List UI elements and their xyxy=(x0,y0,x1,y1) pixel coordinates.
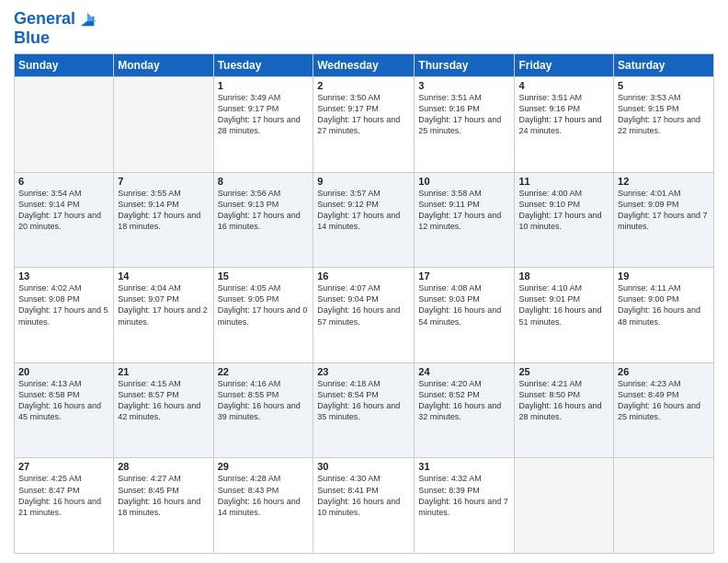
day-number: 3 xyxy=(418,80,510,91)
day-cell: 22Sunrise: 4:16 AMSunset: 8:55 PMDayligh… xyxy=(213,362,313,458)
day-cell: 3Sunrise: 3:51 AMSunset: 9:16 PMDaylight… xyxy=(415,77,515,173)
day-cell: 24Sunrise: 4:20 AMSunset: 8:52 PMDayligh… xyxy=(415,362,515,458)
day-number: 11 xyxy=(518,176,609,187)
day-number: 10 xyxy=(418,176,510,187)
week-row-2: 6Sunrise: 3:54 AMSunset: 9:14 PMDaylight… xyxy=(15,172,714,268)
day-info: Sunrise: 4:04 AMSunset: 9:07 PMDaylight:… xyxy=(118,282,209,327)
day-cell: 2Sunrise: 3:50 AMSunset: 9:17 PMDaylight… xyxy=(313,77,415,173)
weekday-header-tuesday: Tuesday xyxy=(213,54,313,77)
day-info: Sunrise: 3:49 AMSunset: 9:17 PMDaylight:… xyxy=(218,92,310,137)
day-info: Sunrise: 4:16 AMSunset: 8:55 PMDaylight:… xyxy=(218,378,310,423)
day-number: 2 xyxy=(317,80,410,91)
day-info: Sunrise: 4:27 AMSunset: 8:45 PMDaylight:… xyxy=(118,473,209,518)
day-cell: 25Sunrise: 4:21 AMSunset: 8:50 PMDayligh… xyxy=(515,362,614,458)
day-info: Sunrise: 3:58 AMSunset: 9:11 PMDaylight:… xyxy=(418,188,510,233)
week-row-3: 13Sunrise: 4:02 AMSunset: 9:08 PMDayligh… xyxy=(15,268,714,363)
day-info: Sunrise: 4:05 AMSunset: 9:05 PMDaylight:… xyxy=(218,282,310,327)
day-number: 30 xyxy=(317,461,410,472)
day-cell xyxy=(614,458,714,554)
week-row-1: 1Sunrise: 3:49 AMSunset: 9:17 PMDaylight… xyxy=(15,77,714,173)
day-info: Sunrise: 4:13 AMSunset: 8:58 PMDaylight:… xyxy=(18,378,109,423)
logo-text: General xyxy=(14,10,75,29)
day-cell: 4Sunrise: 3:51 AMSunset: 9:16 PMDaylight… xyxy=(515,77,614,173)
day-cell: 28Sunrise: 4:27 AMSunset: 8:45 PMDayligh… xyxy=(114,458,213,554)
day-info: Sunrise: 4:32 AMSunset: 8:39 PMDaylight:… xyxy=(418,473,510,518)
day-number: 23 xyxy=(317,366,410,377)
day-number: 17 xyxy=(418,270,510,282)
day-cell: 19Sunrise: 4:11 AMSunset: 9:00 PMDayligh… xyxy=(614,268,714,363)
day-number: 24 xyxy=(418,366,510,377)
day-number: 19 xyxy=(618,270,710,282)
day-info: Sunrise: 4:15 AMSunset: 8:57 PMDaylight:… xyxy=(118,378,209,423)
day-cell: 17Sunrise: 4:08 AMSunset: 9:03 PMDayligh… xyxy=(415,268,515,363)
weekday-header-sunday: Sunday xyxy=(15,54,114,77)
weekday-header-thursday: Thursday xyxy=(415,54,515,77)
day-number: 25 xyxy=(518,366,609,377)
week-row-5: 27Sunrise: 4:25 AMSunset: 8:47 PMDayligh… xyxy=(15,458,714,554)
day-number: 28 xyxy=(118,461,209,472)
day-info: Sunrise: 4:11 AMSunset: 9:00 PMDaylight:… xyxy=(618,282,710,327)
day-cell: 15Sunrise: 4:05 AMSunset: 9:05 PMDayligh… xyxy=(213,268,313,363)
day-number: 18 xyxy=(518,270,609,282)
day-info: Sunrise: 3:50 AMSunset: 9:17 PMDaylight:… xyxy=(317,92,410,137)
day-info: Sunrise: 4:07 AMSunset: 9:04 PMDaylight:… xyxy=(317,282,410,327)
day-info: Sunrise: 4:01 AMSunset: 9:09 PMDaylight:… xyxy=(618,188,710,233)
day-cell xyxy=(15,77,114,173)
weekday-header-saturday: Saturday xyxy=(614,54,714,77)
day-info: Sunrise: 4:08 AMSunset: 9:03 PMDaylight:… xyxy=(418,282,510,327)
day-cell: 20Sunrise: 4:13 AMSunset: 8:58 PMDayligh… xyxy=(15,362,114,458)
day-cell: 12Sunrise: 4:01 AMSunset: 9:09 PMDayligh… xyxy=(614,172,714,268)
svg-marker-1 xyxy=(87,13,97,22)
day-info: Sunrise: 3:51 AMSunset: 9:16 PMDaylight:… xyxy=(418,92,510,137)
day-number: 26 xyxy=(618,366,710,377)
day-number: 29 xyxy=(218,461,310,472)
weekday-header-wednesday: Wednesday xyxy=(313,54,415,77)
day-cell: 8Sunrise: 3:56 AMSunset: 9:13 PMDaylight… xyxy=(213,172,313,268)
day-number: 31 xyxy=(418,461,510,472)
day-cell: 26Sunrise: 4:23 AMSunset: 8:49 PMDayligh… xyxy=(614,362,714,458)
day-cell: 21Sunrise: 4:15 AMSunset: 8:57 PMDayligh… xyxy=(114,362,213,458)
day-number: 12 xyxy=(618,176,710,187)
day-info: Sunrise: 4:30 AMSunset: 8:41 PMDaylight:… xyxy=(317,473,410,518)
day-number: 9 xyxy=(317,176,410,187)
day-cell: 16Sunrise: 4:07 AMSunset: 9:04 PMDayligh… xyxy=(313,268,415,363)
day-number: 14 xyxy=(118,270,209,282)
day-cell: 9Sunrise: 3:57 AMSunset: 9:12 PMDaylight… xyxy=(313,172,415,268)
day-info: Sunrise: 3:55 AMSunset: 9:14 PMDaylight:… xyxy=(118,188,209,233)
day-cell: 30Sunrise: 4:30 AMSunset: 8:41 PMDayligh… xyxy=(313,458,415,554)
day-cell: 18Sunrise: 4:10 AMSunset: 9:01 PMDayligh… xyxy=(515,268,614,363)
weekday-header-monday: Monday xyxy=(114,54,213,77)
day-cell: 6Sunrise: 3:54 AMSunset: 9:14 PMDaylight… xyxy=(15,172,114,268)
day-cell xyxy=(515,458,614,554)
day-cell: 29Sunrise: 4:28 AMSunset: 8:43 PMDayligh… xyxy=(213,458,313,554)
day-info: Sunrise: 4:20 AMSunset: 8:52 PMDaylight:… xyxy=(418,378,510,423)
day-number: 27 xyxy=(18,461,109,472)
day-number: 5 xyxy=(618,80,710,91)
day-info: Sunrise: 3:54 AMSunset: 9:14 PMDaylight:… xyxy=(18,188,109,233)
day-cell: 11Sunrise: 4:00 AMSunset: 9:10 PMDayligh… xyxy=(515,172,614,268)
day-info: Sunrise: 4:21 AMSunset: 8:50 PMDaylight:… xyxy=(518,378,609,423)
day-number: 6 xyxy=(18,176,109,187)
day-cell: 23Sunrise: 4:18 AMSunset: 8:54 PMDayligh… xyxy=(313,362,415,458)
day-cell: 27Sunrise: 4:25 AMSunset: 8:47 PMDayligh… xyxy=(15,458,114,554)
day-number: 13 xyxy=(18,270,109,282)
day-cell: 10Sunrise: 3:58 AMSunset: 9:11 PMDayligh… xyxy=(415,172,515,268)
day-cell: 14Sunrise: 4:04 AMSunset: 9:07 PMDayligh… xyxy=(114,268,213,363)
day-cell: 5Sunrise: 3:53 AMSunset: 9:15 PMDaylight… xyxy=(614,77,714,173)
day-number: 4 xyxy=(518,80,609,91)
logo-blue: Blue xyxy=(14,29,97,46)
header: General Blue xyxy=(14,9,714,46)
day-info: Sunrise: 3:57 AMSunset: 9:12 PMDaylight:… xyxy=(317,188,410,233)
day-info: Sunrise: 3:51 AMSunset: 9:16 PMDaylight:… xyxy=(518,92,609,137)
page: General Blue SundayMondayTuesdayWednesda… xyxy=(0,0,728,563)
day-info: Sunrise: 4:18 AMSunset: 8:54 PMDaylight:… xyxy=(317,378,410,423)
day-info: Sunrise: 4:28 AMSunset: 8:43 PMDaylight:… xyxy=(218,473,310,518)
day-cell xyxy=(114,77,213,173)
day-cell: 13Sunrise: 4:02 AMSunset: 9:08 PMDayligh… xyxy=(15,268,114,363)
day-number: 15 xyxy=(218,270,310,282)
day-info: Sunrise: 4:10 AMSunset: 9:01 PMDaylight:… xyxy=(518,282,609,327)
day-info: Sunrise: 3:53 AMSunset: 9:15 PMDaylight:… xyxy=(618,92,710,137)
day-number: 22 xyxy=(218,366,310,377)
day-info: Sunrise: 4:25 AMSunset: 8:47 PMDaylight:… xyxy=(18,473,109,518)
week-row-4: 20Sunrise: 4:13 AMSunset: 8:58 PMDayligh… xyxy=(15,362,714,458)
